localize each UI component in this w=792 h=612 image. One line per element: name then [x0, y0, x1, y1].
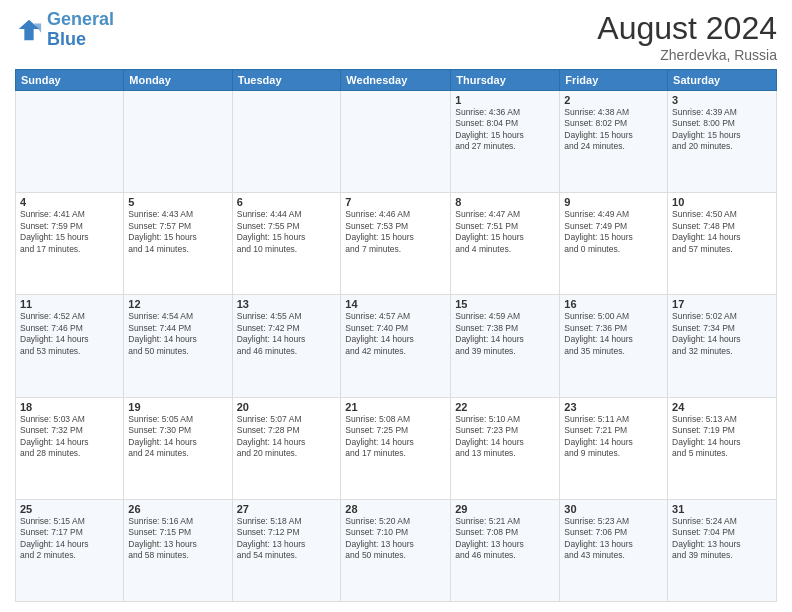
- day-cell: 7Sunrise: 4:46 AM Sunset: 7:53 PM Daylig…: [341, 193, 451, 295]
- day-cell: [232, 91, 341, 193]
- day-info: Sunrise: 4:54 AM Sunset: 7:44 PM Dayligh…: [128, 311, 227, 357]
- day-info: Sunrise: 4:59 AM Sunset: 7:38 PM Dayligh…: [455, 311, 555, 357]
- day-info: Sunrise: 5:24 AM Sunset: 7:04 PM Dayligh…: [672, 516, 772, 562]
- day-info: Sunrise: 4:49 AM Sunset: 7:49 PM Dayligh…: [564, 209, 663, 255]
- day-cell: 12Sunrise: 4:54 AM Sunset: 7:44 PM Dayli…: [124, 295, 232, 397]
- location: Zherdevka, Russia: [597, 47, 777, 63]
- day-cell: 25Sunrise: 5:15 AM Sunset: 7:17 PM Dayli…: [16, 499, 124, 601]
- day-number: 15: [455, 298, 555, 310]
- day-cell: 20Sunrise: 5:07 AM Sunset: 7:28 PM Dayli…: [232, 397, 341, 499]
- day-info: Sunrise: 4:50 AM Sunset: 7:48 PM Dayligh…: [672, 209, 772, 255]
- month-year: August 2024: [597, 10, 777, 47]
- logo-text: General Blue: [47, 10, 114, 50]
- day-info: Sunrise: 4:57 AM Sunset: 7:40 PM Dayligh…: [345, 311, 446, 357]
- day-number: 30: [564, 503, 663, 515]
- week-row-5: 25Sunrise: 5:15 AM Sunset: 7:17 PM Dayli…: [16, 499, 777, 601]
- day-cell: 30Sunrise: 5:23 AM Sunset: 7:06 PM Dayli…: [560, 499, 668, 601]
- day-cell: 6Sunrise: 4:44 AM Sunset: 7:55 PM Daylig…: [232, 193, 341, 295]
- logo-line1: General: [47, 9, 114, 29]
- day-info: Sunrise: 4:55 AM Sunset: 7:42 PM Dayligh…: [237, 311, 337, 357]
- day-cell: 31Sunrise: 5:24 AM Sunset: 7:04 PM Dayli…: [668, 499, 777, 601]
- day-cell: 2Sunrise: 4:38 AM Sunset: 8:02 PM Daylig…: [560, 91, 668, 193]
- day-number: 6: [237, 196, 337, 208]
- day-cell: 1Sunrise: 4:36 AM Sunset: 8:04 PM Daylig…: [451, 91, 560, 193]
- weekday-header-sunday: Sunday: [16, 70, 124, 91]
- day-number: 9: [564, 196, 663, 208]
- day-number: 3: [672, 94, 772, 106]
- day-info: Sunrise: 5:13 AM Sunset: 7:19 PM Dayligh…: [672, 414, 772, 460]
- day-cell: 14Sunrise: 4:57 AM Sunset: 7:40 PM Dayli…: [341, 295, 451, 397]
- day-info: Sunrise: 5:03 AM Sunset: 7:32 PM Dayligh…: [20, 414, 119, 460]
- day-number: 14: [345, 298, 446, 310]
- day-number: 23: [564, 401, 663, 413]
- day-info: Sunrise: 4:43 AM Sunset: 7:57 PM Dayligh…: [128, 209, 227, 255]
- day-info: Sunrise: 4:52 AM Sunset: 7:46 PM Dayligh…: [20, 311, 119, 357]
- page: General Blue August 2024 Zherdevka, Russ…: [0, 0, 792, 612]
- day-info: Sunrise: 5:10 AM Sunset: 7:23 PM Dayligh…: [455, 414, 555, 460]
- header: General Blue August 2024 Zherdevka, Russ…: [15, 10, 777, 63]
- day-cell: 10Sunrise: 4:50 AM Sunset: 7:48 PM Dayli…: [668, 193, 777, 295]
- day-cell: 8Sunrise: 4:47 AM Sunset: 7:51 PM Daylig…: [451, 193, 560, 295]
- day-info: Sunrise: 4:36 AM Sunset: 8:04 PM Dayligh…: [455, 107, 555, 153]
- day-cell: 19Sunrise: 5:05 AM Sunset: 7:30 PM Dayli…: [124, 397, 232, 499]
- day-number: 31: [672, 503, 772, 515]
- svg-marker-0: [19, 20, 40, 41]
- day-cell: 24Sunrise: 5:13 AM Sunset: 7:19 PM Dayli…: [668, 397, 777, 499]
- day-number: 13: [237, 298, 337, 310]
- day-cell: 16Sunrise: 5:00 AM Sunset: 7:36 PM Dayli…: [560, 295, 668, 397]
- week-row-3: 11Sunrise: 4:52 AM Sunset: 7:46 PM Dayli…: [16, 295, 777, 397]
- day-info: Sunrise: 5:20 AM Sunset: 7:10 PM Dayligh…: [345, 516, 446, 562]
- day-info: Sunrise: 4:41 AM Sunset: 7:59 PM Dayligh…: [20, 209, 119, 255]
- day-info: Sunrise: 5:07 AM Sunset: 7:28 PM Dayligh…: [237, 414, 337, 460]
- day-cell: 13Sunrise: 4:55 AM Sunset: 7:42 PM Dayli…: [232, 295, 341, 397]
- calendar-table: SundayMondayTuesdayWednesdayThursdayFrid…: [15, 69, 777, 602]
- weekday-header-friday: Friday: [560, 70, 668, 91]
- logo: General Blue: [15, 10, 114, 50]
- day-cell: 4Sunrise: 4:41 AM Sunset: 7:59 PM Daylig…: [16, 193, 124, 295]
- day-cell: 28Sunrise: 5:20 AM Sunset: 7:10 PM Dayli…: [341, 499, 451, 601]
- day-number: 11: [20, 298, 119, 310]
- day-cell: 29Sunrise: 5:21 AM Sunset: 7:08 PM Dayli…: [451, 499, 560, 601]
- day-cell: [16, 91, 124, 193]
- day-info: Sunrise: 5:18 AM Sunset: 7:12 PM Dayligh…: [237, 516, 337, 562]
- day-cell: 17Sunrise: 5:02 AM Sunset: 7:34 PM Dayli…: [668, 295, 777, 397]
- day-info: Sunrise: 5:21 AM Sunset: 7:08 PM Dayligh…: [455, 516, 555, 562]
- day-info: Sunrise: 4:46 AM Sunset: 7:53 PM Dayligh…: [345, 209, 446, 255]
- day-cell: 9Sunrise: 4:49 AM Sunset: 7:49 PM Daylig…: [560, 193, 668, 295]
- logo-icon: [15, 16, 43, 44]
- day-cell: 11Sunrise: 4:52 AM Sunset: 7:46 PM Dayli…: [16, 295, 124, 397]
- weekday-header-monday: Monday: [124, 70, 232, 91]
- day-number: 2: [564, 94, 663, 106]
- day-cell: 23Sunrise: 5:11 AM Sunset: 7:21 PM Dayli…: [560, 397, 668, 499]
- day-number: 12: [128, 298, 227, 310]
- title-block: August 2024 Zherdevka, Russia: [597, 10, 777, 63]
- day-info: Sunrise: 5:05 AM Sunset: 7:30 PM Dayligh…: [128, 414, 227, 460]
- day-number: 16: [564, 298, 663, 310]
- day-number: 28: [345, 503, 446, 515]
- day-number: 26: [128, 503, 227, 515]
- day-info: Sunrise: 4:44 AM Sunset: 7:55 PM Dayligh…: [237, 209, 337, 255]
- day-number: 18: [20, 401, 119, 413]
- day-number: 25: [20, 503, 119, 515]
- day-cell: 15Sunrise: 4:59 AM Sunset: 7:38 PM Dayli…: [451, 295, 560, 397]
- day-number: 24: [672, 401, 772, 413]
- day-info: Sunrise: 5:23 AM Sunset: 7:06 PM Dayligh…: [564, 516, 663, 562]
- day-cell: 22Sunrise: 5:10 AM Sunset: 7:23 PM Dayli…: [451, 397, 560, 499]
- weekday-header-wednesday: Wednesday: [341, 70, 451, 91]
- day-number: 22: [455, 401, 555, 413]
- weekday-header-thursday: Thursday: [451, 70, 560, 91]
- day-info: Sunrise: 4:39 AM Sunset: 8:00 PM Dayligh…: [672, 107, 772, 153]
- day-cell: 18Sunrise: 5:03 AM Sunset: 7:32 PM Dayli…: [16, 397, 124, 499]
- day-number: 20: [237, 401, 337, 413]
- day-info: Sunrise: 5:08 AM Sunset: 7:25 PM Dayligh…: [345, 414, 446, 460]
- day-info: Sunrise: 5:15 AM Sunset: 7:17 PM Dayligh…: [20, 516, 119, 562]
- week-row-4: 18Sunrise: 5:03 AM Sunset: 7:32 PM Dayli…: [16, 397, 777, 499]
- day-info: Sunrise: 5:02 AM Sunset: 7:34 PM Dayligh…: [672, 311, 772, 357]
- day-info: Sunrise: 4:38 AM Sunset: 8:02 PM Dayligh…: [564, 107, 663, 153]
- day-cell: 21Sunrise: 5:08 AM Sunset: 7:25 PM Dayli…: [341, 397, 451, 499]
- day-number: 17: [672, 298, 772, 310]
- day-info: Sunrise: 5:11 AM Sunset: 7:21 PM Dayligh…: [564, 414, 663, 460]
- day-cell: [124, 91, 232, 193]
- weekday-header-saturday: Saturday: [668, 70, 777, 91]
- day-number: 4: [20, 196, 119, 208]
